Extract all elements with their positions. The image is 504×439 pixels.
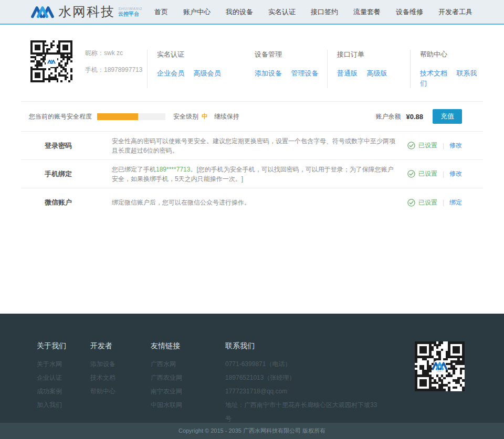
footer-col-title: 联系我们 bbox=[225, 341, 380, 351]
footer-link-gx-shuiwang[interactable]: 广西水网 bbox=[151, 357, 225, 371]
setting-status-group: 已设置 | 绑定 bbox=[407, 198, 462, 207]
footer-link-enterprise-auth[interactable]: 企业认证 bbox=[37, 371, 90, 384]
bind-wechat-link[interactable]: 绑定 bbox=[449, 198, 462, 207]
setting-row-phone-binding: 手机绑定 您已绑定了手机189****7713。[您的手机为安全手机，可以找回密… bbox=[21, 160, 483, 188]
divider: | bbox=[443, 142, 444, 149]
footer-col-title: 友情链接 bbox=[151, 341, 225, 351]
divider: | bbox=[443, 199, 444, 206]
footer-link-gx-agriculture[interactable]: 广西农业网 bbox=[151, 371, 225, 384]
balance-label: 账户余额 bbox=[375, 112, 401, 121]
security-progress-track bbox=[97, 113, 165, 120]
link-advanced-edition[interactable]: 高级版 bbox=[366, 69, 387, 77]
footer-link-about[interactable]: 关于水网 bbox=[37, 357, 90, 371]
contact-address: 地址：广西南宁市十里花卉长廊核心区大观园村下坡33号 bbox=[225, 398, 380, 425]
phone-label: 手机： bbox=[85, 66, 104, 73]
quick-links: 实名认证 企业会员 高级会员 设备管理 添加设备 管理设备 接口订单 普通版 高… bbox=[147, 50, 483, 88]
divider: | bbox=[443, 170, 444, 178]
recharge-button[interactable]: 充值 bbox=[433, 109, 462, 124]
setting-row-wechat-account: 微信账户 绑定微信账户后，您可以在微信公众号进行操作。 已设置 | 绑定 bbox=[21, 188, 483, 217]
nav-item-home[interactable]: 首页 bbox=[154, 7, 168, 17]
qr-logo-text: 云控平台 bbox=[437, 371, 443, 372]
nickname-line: 昵称：swk zc bbox=[85, 49, 147, 58]
footer-col-developer: 开发者 添加设备 技术文档 帮助中心 bbox=[90, 341, 151, 425]
security-level-value: 中 bbox=[202, 112, 208, 121]
page-footer: 关于我们 关于水网 企业认证 成功案例 加入我们 开发者 添加设备 技术文档 帮… bbox=[0, 314, 504, 423]
quick-links-title: 设备管理 bbox=[255, 50, 327, 59]
setting-description: 安全性高的密码可以使账号更安全。建议您定期更换密码，设置一个包含字母、符号或数字… bbox=[112, 136, 407, 155]
main-nav: 首页 账户中心 我的设备 实名认证 接口签约 流量套餐 设备维修 开发者工具 bbox=[154, 7, 472, 17]
footer-col-title: 关于我们 bbox=[37, 341, 90, 351]
brand-logo[interactable]: 水网科技 SHUIWANG 云控平台 bbox=[30, 3, 142, 20]
footer-col-contact: 联系我们 0771-6399871（电话） 18976521013（张经理） 1… bbox=[225, 341, 380, 425]
security-label: 您当前的账号安全程度 bbox=[29, 112, 92, 121]
status-set-badge: 已设置 bbox=[418, 198, 437, 207]
footer-link-success-cases[interactable]: 成功案例 bbox=[37, 384, 90, 398]
footer-link-china-water[interactable]: 中国水联网 bbox=[151, 398, 225, 412]
footer-link-join-us[interactable]: 加入我们 bbox=[37, 398, 90, 412]
security-progress-fill bbox=[97, 113, 138, 120]
nav-item-realname-auth[interactable]: 实名认证 bbox=[268, 7, 296, 17]
footer-col-friend-links: 友情链接 广西水网 广西农业网 南宁农业网 中国水联网 bbox=[151, 341, 225, 425]
footer-col-title: 开发者 bbox=[90, 341, 151, 351]
link-standard-edition[interactable]: 普通版 bbox=[337, 69, 358, 77]
quick-links-title: 实名认证 bbox=[157, 50, 245, 59]
setting-name: 登录密码 bbox=[45, 141, 112, 151]
setting-name: 手机绑定 bbox=[45, 169, 112, 179]
status-set-badge: 已设置 bbox=[418, 169, 437, 178]
nav-item-data-plans[interactable]: 流量套餐 bbox=[353, 7, 381, 17]
footer-link-add-device[interactable]: 添加设备 bbox=[90, 357, 151, 371]
phone-value: 18978997713 bbox=[104, 66, 142, 73]
nav-item-account-center[interactable]: 账户中心 bbox=[183, 7, 211, 17]
desc-prefix: 您已绑定了手机 bbox=[112, 166, 156, 173]
brand-subtitle: SHUIWANG 云控平台 bbox=[118, 7, 142, 17]
nav-item-device-repair[interactable]: 设备维修 bbox=[396, 7, 423, 17]
quick-links-help-center: 帮助中心 技术文档 联系我们 bbox=[410, 50, 483, 88]
quick-links-device-management: 设备管理 添加设备 管理设备 bbox=[245, 50, 327, 88]
setting-description: 绑定微信账户后，您可以在微信公众号进行操作。 bbox=[112, 198, 407, 207]
modify-password-link[interactable]: 修改 bbox=[449, 141, 462, 150]
setting-description: 您已绑定了手机189****7713。[您的手机为安全手机，可以找回密码，可以用… bbox=[112, 165, 407, 184]
profile-info: 昵称：swk zc 手机：18978997713 bbox=[85, 49, 147, 82]
nav-item-my-devices[interactable]: 我的设备 bbox=[226, 7, 253, 17]
nickname-label: 昵称： bbox=[85, 49, 104, 57]
balance-amount: ¥0.88 bbox=[406, 113, 423, 121]
wave-logo-icon bbox=[30, 4, 55, 20]
account-balance: 账户余额 ¥0.88 充值 bbox=[375, 109, 462, 124]
setting-status-group: 已设置 | 修改 bbox=[407, 169, 462, 178]
brand-name: 水网科技 bbox=[58, 3, 115, 20]
link-add-device[interactable]: 添加设备 bbox=[255, 69, 282, 77]
contact-phone: 0771-6399871（电话） bbox=[225, 357, 380, 371]
contact-email: 1777231718@qq.com bbox=[225, 384, 380, 398]
avatar bbox=[30, 40, 72, 82]
check-circle-icon bbox=[407, 199, 415, 207]
qr-center-logo-icon: 云控平台 bbox=[434, 361, 446, 372]
setting-name: 微信账户 bbox=[45, 198, 112, 207]
qr-center-logo-icon bbox=[46, 56, 57, 67]
quick-links-title: 接口订单 bbox=[337, 50, 410, 59]
link-tech-docs[interactable]: 技术文档 bbox=[420, 69, 447, 77]
nav-item-developer-tools[interactable]: 开发者工具 bbox=[438, 7, 472, 17]
setting-status-group: 已设置 | 修改 bbox=[407, 141, 462, 150]
masked-phone: 189****7713 bbox=[156, 166, 190, 173]
footer-link-tech-docs[interactable]: 技术文档 bbox=[90, 371, 151, 384]
quick-links-title: 帮助中心 bbox=[420, 50, 483, 59]
nav-item-api-contract[interactable]: 接口签约 bbox=[311, 7, 338, 17]
security-level-label: 安全级别 bbox=[173, 112, 198, 121]
top-navbar: 水网科技 SHUIWANG 云控平台 首页 账户中心 我的设备 实名认证 接口签… bbox=[0, 0, 504, 25]
link-enterprise-member[interactable]: 企业会员 bbox=[157, 69, 184, 77]
quick-links-realname-auth: 实名认证 企业会员 高级会员 bbox=[147, 50, 245, 88]
account-center-main: 昵称：swk zc 手机：18978997713 实名认证 企业会员 高级会员 … bbox=[21, 25, 483, 314]
modify-phone-link[interactable]: 修改 bbox=[449, 169, 462, 178]
brand-subtitle-en: SHUIWANG bbox=[118, 7, 142, 11]
footer-col-about-us: 关于我们 关于水网 企业认证 成功案例 加入我们 bbox=[21, 341, 90, 425]
link-premium-member[interactable]: 高级会员 bbox=[193, 69, 220, 77]
security-hint: 继续保持 bbox=[214, 112, 239, 121]
footer-columns: 关于我们 关于水网 企业认证 成功案例 加入我们 开发者 添加设备 技术文档 帮… bbox=[21, 341, 483, 425]
link-manage-devices[interactable]: 管理设备 bbox=[291, 69, 318, 77]
contact-mobile: 18976521013（张经理） bbox=[225, 371, 380, 384]
setting-row-login-password: 登录密码 安全性高的密码可以使账号更安全。建议您定期更换密码，设置一个包含字母、… bbox=[21, 132, 483, 160]
check-circle-icon bbox=[407, 170, 415, 178]
footer-link-nn-agriculture[interactable]: 南宁农业网 bbox=[151, 384, 225, 398]
footer-link-help-center[interactable]: 帮助中心 bbox=[90, 384, 151, 398]
phone-line: 手机：18978997713 bbox=[85, 66, 147, 74]
